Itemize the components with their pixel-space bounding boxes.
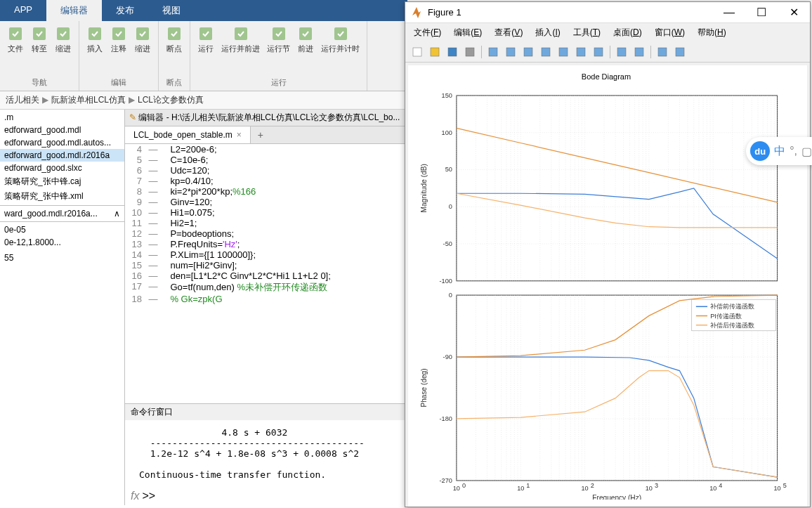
svg-rect-5	[136, 27, 149, 40]
ribbon-转至[interactable]: 转至	[30, 24, 49, 56]
svg-text:100: 100	[442, 129, 452, 136]
rotate-icon[interactable]	[556, 44, 571, 60]
menu-窗口[interactable]: 窗口(W)	[649, 25, 690, 41]
file-item[interactable]: edforward_good.mdl.r2016a	[0, 149, 124, 162]
svg-rect-26	[676, 48, 684, 56]
matlab-window: APP编辑器发布视图 文件转至缩进导航插入注释缩进编辑断点断点运行运行并前进运行…	[0, 0, 407, 508]
baidu-icon[interactable]: du	[750, 141, 770, 161]
code-line[interactable]: 15— num=[Hi2*Ginv];	[125, 260, 407, 271]
svg-rect-9	[273, 27, 285, 40]
svg-text:-50: -50	[443, 240, 452, 247]
menu-查看[interactable]: 查看(V)	[489, 25, 528, 41]
maximize-button[interactable]: ☐	[745, 2, 778, 23]
code-line[interactable]: 18— % Gk=zpk(G	[125, 294, 407, 304]
breadcrumb-item[interactable]: 活儿相关	[6, 95, 39, 105]
file-item[interactable]: 策略研究_张中锋.xml	[0, 189, 124, 204]
svg-rect-27	[457, 96, 778, 281]
plot-title: Bode Diagram	[414, 72, 799, 81]
menu-工具[interactable]: 工具(T)	[568, 25, 606, 41]
brush-icon[interactable]	[591, 44, 606, 60]
ribbon-缩进[interactable]: 缩进	[133, 24, 152, 56]
file-item[interactable]: 策略研究_张中锋.caj	[0, 174, 124, 189]
minimize-button[interactable]: —	[713, 2, 745, 23]
ribbon-注释[interactable]: 注释	[109, 24, 129, 56]
main-tab-APP[interactable]: APP	[0, 0, 46, 21]
svg-rect-23	[617, 48, 626, 56]
svg-text:0: 0	[449, 203, 452, 210]
main-tab-编辑器[interactable]: 编辑器	[46, 0, 102, 21]
code-line[interactable]: 16— den=[L1*L2*C Ginv*L2*C*Hi1 L1+L2 0];	[125, 271, 407, 281]
ribbon-文件[interactable]: 文件	[6, 24, 25, 56]
code-line[interactable]: 11— Hi2=1;	[125, 218, 407, 228]
close-button[interactable]: ✕	[778, 2, 810, 23]
ribbon-运行[interactable]: 运行	[196, 24, 216, 56]
code-line[interactable]: 13— P.FreqUnits='Hz';	[125, 239, 407, 249]
breadcrumb[interactable]: 活儿相关▶阮新波单相LCL仿真▶LCL论文参数仿真	[0, 91, 407, 110]
pointer-icon[interactable]	[485, 44, 501, 60]
figure-menubar: 文件(F)编辑(E)查看(V)插入(I)工具(T)桌面(D)窗口(W)帮助(H)	[405, 23, 810, 42]
code-line[interactable]: 4— L2=200e-6;	[125, 144, 407, 155]
svg-text:-180: -180	[440, 415, 452, 422]
colorbar-icon[interactable]	[614, 44, 629, 60]
pan-icon[interactable]	[538, 44, 554, 60]
workspace-item[interactable]: 0e-12,1.8000...	[0, 236, 124, 249]
file-tabs: LCL_bode_open_stable.m × +	[125, 126, 407, 144]
file-item[interactable]: edforward_good.mdl	[0, 124, 124, 136]
code-line[interactable]: 6— Udc=120;	[125, 165, 407, 176]
svg-text:50: 50	[445, 167, 452, 174]
workspace-item[interactable]: 0e-05	[0, 223, 124, 236]
code-line[interactable]: 7— kp=0.4/10;	[125, 176, 407, 186]
code-line[interactable]: 12— P=bodeoptions;	[125, 228, 407, 239]
zoom-in-icon[interactable]	[503, 44, 518, 60]
baidu-ime-bar[interactable]: du 中 °, ▢ ◗ ⚙	[746, 137, 812, 165]
code-line[interactable]: 17— Go=tf(num,den) %未补偿开环传递函数	[125, 281, 407, 294]
menu-文件[interactable]: 文件(F)	[408, 25, 447, 41]
breadcrumb-item[interactable]: 阮新波单相LCL仿真	[51, 95, 126, 105]
menu-桌面[interactable]: 桌面(D)	[608, 25, 648, 41]
svg-rect-6	[168, 27, 181, 40]
file-tab[interactable]: LCL_bode_open_stable.m ×	[125, 126, 251, 143]
file-item[interactable]: .m	[0, 111, 124, 124]
dock-icon[interactable]	[672, 44, 688, 60]
command-prompt[interactable]: fx >>	[125, 487, 407, 505]
menu-插入[interactable]: 插入(I)	[530, 25, 565, 41]
svg-text:-100: -100	[440, 278, 452, 285]
ribbon-插入[interactable]: 插入	[85, 24, 105, 56]
ribbon-运行并计时[interactable]: 运行并计时	[320, 24, 361, 56]
workspace-item[interactable]: 55	[0, 252, 124, 264]
bode-plot[interactable]: -100-50050100150Magnitude (dB)-270-180-9…	[414, 84, 799, 500]
ribbon-断点[interactable]: 断点	[164, 24, 184, 56]
open-icon[interactable]	[427, 44, 443, 60]
cursor-icon[interactable]	[573, 44, 589, 60]
code-line[interactable]: 10— Hi1=0.075;	[125, 207, 407, 218]
file-item[interactable]: edforward_good.slxc	[0, 162, 124, 174]
code-area[interactable]: 4— L2=200e-6;5— C=10e-6;6— Udc=120;7— kp…	[125, 144, 407, 403]
print-icon[interactable]	[462, 44, 478, 60]
close-icon[interactable]: ×	[237, 130, 242, 140]
grid-icon[interactable]	[655, 44, 670, 60]
ribbon-运行并前进[interactable]: 运行并前进	[220, 24, 261, 56]
svg-rect-22	[594, 48, 603, 56]
menu-编辑[interactable]: 编辑(E)	[448, 25, 487, 41]
code-line[interactable]: 8— ki=2*pi*200*kp;%166	[125, 186, 407, 197]
code-line[interactable]: 9— Ginv=120;	[125, 197, 407, 207]
menu-帮助[interactable]: 帮助(H)	[692, 25, 732, 41]
add-tab-button[interactable]: +	[251, 126, 270, 143]
svg-text:PI传递函数: PI传递函数	[710, 313, 742, 320]
ribbon-前进[interactable]: 前进	[296, 24, 315, 56]
breadcrumb-item[interactable]: LCL论文参数仿真	[138, 95, 204, 105]
file-item[interactable]: edforward_good.mdl.autos...	[0, 136, 124, 149]
figure-titlebar[interactable]: Figure 1 — ☐ ✕	[405, 2, 810, 23]
legend-icon[interactable]	[631, 44, 647, 60]
svg-rect-17	[506, 48, 515, 56]
save-icon[interactable]	[445, 44, 460, 60]
main-tab-发布[interactable]: 发布	[102, 0, 148, 21]
code-line[interactable]: 5— C=10e-6;	[125, 155, 407, 165]
code-line[interactable]: 14— P.XLim={[1 100000]};	[125, 249, 407, 260]
ribbon-缩进[interactable]: 缩进	[53, 24, 73, 56]
zoom-out-icon[interactable]	[520, 44, 536, 60]
command-window: 命令行窗口 4.8 s + 6032 ---------------------…	[125, 403, 407, 505]
main-tab-视图[interactable]: 视图	[148, 0, 195, 21]
ribbon-运行节[interactable]: 运行节	[266, 24, 292, 56]
new-icon[interactable]	[410, 44, 425, 60]
